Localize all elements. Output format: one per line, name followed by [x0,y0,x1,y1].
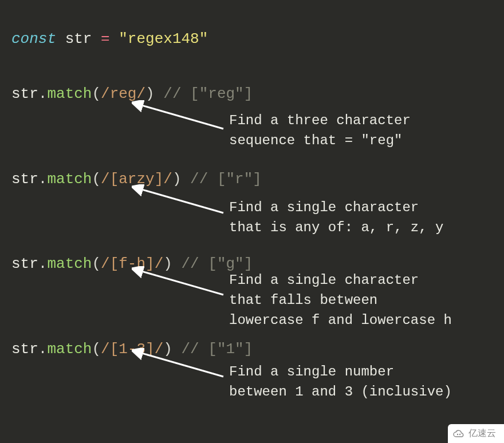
regex-literal: /reg/ [101,85,145,102]
annotation-text: sequence that = "reg" [229,133,402,148]
code-comment: // ["reg"] [163,85,253,102]
svg-point-6 [459,433,460,434]
declaration-line: const str = "regex148" [11,29,493,49]
cloud-icon [452,429,465,438]
method-name: match [47,171,92,188]
regex-literal: /[arzy]/ [101,171,172,188]
annotation-text: that falls between [229,292,377,308]
obj-ref: str [11,341,38,358]
equals-op: = [101,30,110,48]
code-comment: // ["1"] [181,341,253,358]
annotation-1: Find a three character sequence that = "… [229,111,411,151]
svg-point-5 [457,433,458,434]
annotation-text: Find a single character [229,200,419,215]
annotation-3: Find a single character that falls betwe… [229,271,452,330]
method-name: match [47,341,92,358]
annotation-text: Find a single character [229,272,419,288]
annotation-text: lowercase f and lowercase h [229,313,452,328]
code-line-1: str.match(/reg/) // ["reg"] [11,84,493,104]
regex-literal: /[1-3]/ [101,341,163,358]
watermark: 亿速云 [448,424,504,443]
code-line-2: str.match(/[arzy]/) // ["r"] [11,169,493,189]
annotation-4: Find a single number between 1 and 3 (in… [229,362,452,402]
annotation-text: Find a single number [229,364,394,379]
string-literal: "regex148" [119,30,208,48]
watermark-text: 亿速云 [468,428,496,440]
obj-ref: str [11,171,38,188]
annotation-text: Find a three character [229,113,411,128]
code-comment: // ["g"] [181,255,253,272]
keyword-const: const [11,30,56,48]
obj-ref: str [11,85,38,102]
var-name: str [65,30,92,48]
regex-literal: /[f-h]/ [101,255,163,272]
annotation-text: between 1 and 3 (inclusive) [229,384,452,400]
code-comment: // ["r"] [190,171,262,188]
method-name: match [47,85,92,102]
method-name: match [47,255,92,272]
annotation-text: that is any of: a, r, z, y [229,220,443,235]
obj-ref: str [11,255,38,272]
code-line-4: str.match(/[1-3]/) // ["1"] [11,339,493,359]
annotation-2: Find a single character that is any of: … [229,198,443,238]
